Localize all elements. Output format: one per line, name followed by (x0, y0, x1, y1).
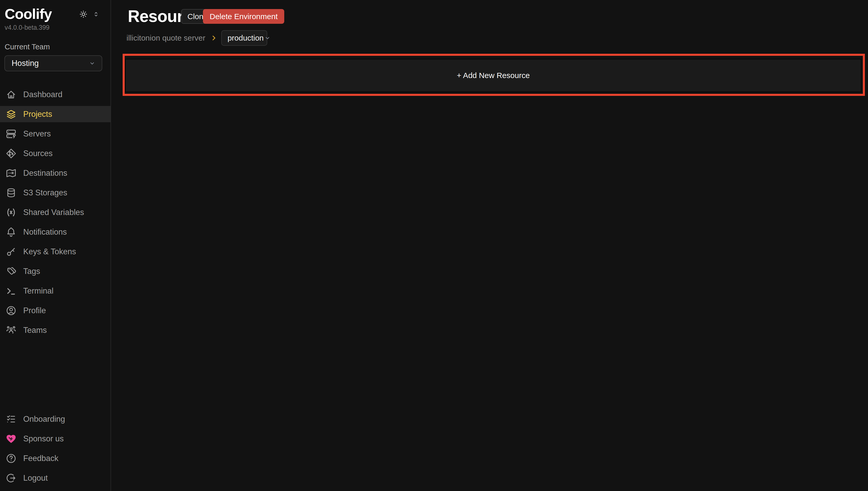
sidebar-nav: Dashboard Projects Servers Sources (0, 86, 111, 338)
add-new-resource-label: + Add New Resource (457, 71, 530, 80)
sidebar-item-servers[interactable]: Servers (0, 125, 111, 142)
sidebar-item-label: Profile (23, 306, 46, 315)
sidebar-item-notifications[interactable]: Notifications (0, 224, 111, 240)
app-root: Coolify v4.0.0-beta.399 Current Team Hos… (0, 0, 868, 491)
sidebar-item-destinations[interactable]: Destinations (0, 165, 111, 181)
team-select-value: Hosting (11, 59, 39, 68)
sidebar-item-label: Servers (23, 129, 51, 139)
sidebar-item-tags[interactable]: Tags (0, 263, 111, 279)
sidebar-item-label: Teams (23, 326, 47, 335)
sidebar-item-keys-tokens[interactable]: Keys & Tokens (0, 243, 111, 260)
layers-stack-icon (5, 109, 17, 120)
sidebar-item-label: Projects (23, 110, 52, 119)
sidebar-item-label: Logout (23, 473, 48, 483)
server-bolt-icon (5, 128, 17, 140)
sidebar-item-label: Dashboard (23, 90, 62, 99)
sidebar-item-terminal[interactable]: Terminal (0, 283, 111, 299)
map-x-icon (5, 168, 17, 179)
sun-icon[interactable] (79, 10, 88, 20)
git-diamond-icon (5, 148, 17, 159)
sidebar: Coolify v4.0.0-beta.399 Current Team Hos… (0, 0, 111, 491)
sidebar-item-label: Onboarding (23, 414, 65, 424)
sidebar-item-label: Feedback (23, 454, 58, 463)
sidebar-item-profile[interactable]: Profile (0, 302, 111, 319)
sidebar-item-label: Notifications (23, 227, 67, 237)
delete-environment-button[interactable]: Delete Environment (203, 9, 284, 24)
current-team-label: Current Team (5, 42, 111, 51)
app-version: v4.0.0-beta.399 (5, 24, 111, 31)
environment-select-value: production (227, 34, 264, 42)
chevron-up-down-icon[interactable] (92, 10, 100, 19)
checklist-icon (5, 413, 17, 425)
sidebar-item-teams[interactable]: Teams (0, 322, 111, 338)
user-circle-icon (5, 305, 17, 316)
database-icon (5, 187, 17, 199)
sidebar-item-sponsor-us[interactable]: Sponsor us (0, 431, 111, 447)
bell-icon (5, 226, 17, 238)
sidebar-item-logout[interactable]: Logout (0, 470, 111, 486)
sidebar-footer: Onboarding Sponsor us Feedback Logout (0, 411, 111, 489)
sidebar-item-label: Tags (23, 267, 40, 276)
sidebar-item-label: Sponsor us (23, 434, 64, 443)
terminal-prompt-icon (5, 285, 17, 297)
sidebar-item-label: Sources (23, 149, 53, 158)
sidebar-item-label: Shared Variables (23, 208, 84, 217)
sidebar-item-feedback[interactable]: Feedback (0, 450, 111, 466)
theme-controls (79, 10, 100, 20)
sidebar-header: Coolify v4.0.0-beta.399 (0, 0, 111, 31)
sidebar-item-onboarding[interactable]: Onboarding (0, 411, 111, 427)
breadcrumb: illicitonion quote server production (126, 30, 267, 46)
sidebar-item-projects[interactable]: Projects (0, 106, 111, 122)
sidebar-item-sources[interactable]: Sources (0, 145, 111, 162)
parentheses-x-icon (5, 207, 17, 218)
sidebar-item-label: Terminal (23, 286, 54, 296)
users-group-icon (5, 324, 17, 336)
chevron-right-icon (205, 34, 221, 42)
sidebar-item-label: S3 Storages (23, 188, 67, 197)
sidebar-item-label: Keys & Tokens (23, 247, 76, 256)
add-new-resource-button[interactable]: + Add New Resource (125, 59, 861, 92)
breadcrumb-project-link[interactable]: illicitonion quote server (126, 34, 205, 42)
help-circle-icon (5, 453, 17, 464)
sidebar-item-s3-storages[interactable]: S3 Storages (0, 184, 111, 201)
sidebar-item-shared-variables[interactable]: Shared Variables (0, 204, 111, 221)
team-select[interactable]: Hosting (4, 55, 102, 71)
annotation-highlight: + Add New Resource (123, 54, 865, 96)
chevron-down-icon (264, 34, 271, 42)
logout-arrow-icon (5, 472, 17, 484)
tags-icon (5, 266, 17, 277)
chevron-down-icon (88, 59, 96, 67)
environment-select[interactable]: production (221, 30, 267, 46)
sidebar-item-dashboard[interactable]: Dashboard (0, 86, 111, 103)
key-icon (5, 246, 17, 257)
heart-hands-icon (5, 433, 17, 444)
sidebar-item-label: Destinations (23, 169, 67, 178)
main-content: Resources Clone Delete Environment illic… (111, 0, 868, 491)
home-icon (5, 89, 17, 100)
